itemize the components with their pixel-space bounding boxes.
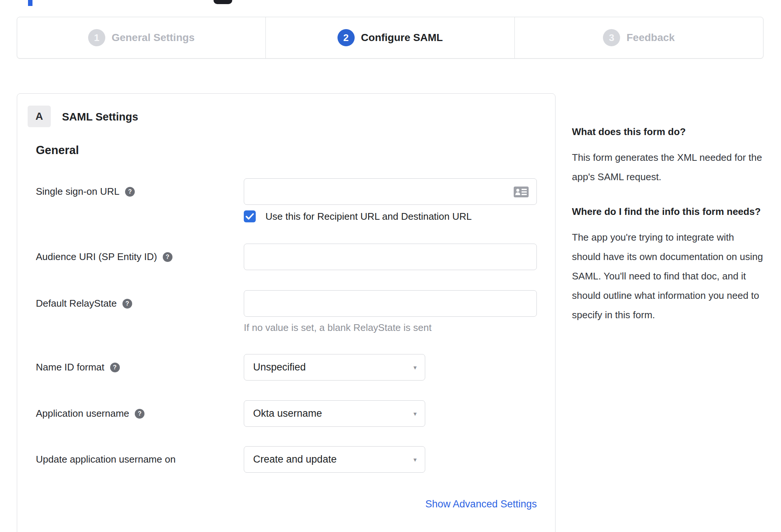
application-username-label: Application username [36, 408, 129, 419]
application-username-label-group: Application username ? [36, 408, 144, 419]
audience-uri-row: Audience URI (SP Entity ID) ? [36, 244, 537, 270]
section-a-badge: A [28, 106, 51, 127]
sidebar-heading-where: Where do I find the info this form needs… [572, 203, 765, 220]
step-number-badge: 3 [603, 29, 620, 46]
step-number-badge: 2 [337, 29, 355, 46]
relay-state-hint: If no value is set, a blank RelayState i… [244, 322, 432, 334]
help-icon[interactable]: ? [125, 187, 135, 197]
name-id-format-value: Unspecified [253, 362, 306, 373]
name-id-format-label: Name ID format [36, 362, 105, 373]
sso-url-row: Single sign-on URL ? Use this for Recipi… [36, 178, 537, 205]
relay-state-row: Default RelayState ? If no value is set,… [36, 290, 537, 317]
update-username-value: Create and update [253, 454, 337, 465]
help-icon[interactable]: ? [163, 252, 172, 262]
sso-url-label-group: Single sign-on URL ? [36, 186, 135, 197]
checkmark-icon [246, 213, 254, 220]
name-id-format-row: Name ID format ? Unspecified ▾ [36, 354, 537, 381]
update-username-row: Update application username on Create an… [36, 446, 537, 473]
wizard-stepper: 1 General Settings 2 Configure SAML 3 Fe… [17, 17, 763, 59]
audience-uri-label: Audience URI (SP Entity ID) [36, 251, 157, 263]
chevron-down-icon: ▾ [413, 456, 417, 463]
name-id-format-label-group: Name ID format ? [36, 362, 120, 373]
step-label: General Settings [112, 32, 195, 44]
step-configure-saml[interactable]: 2 Configure SAML [265, 17, 514, 58]
sso-url-label: Single sign-on URL [36, 186, 119, 197]
section-title: SAML Settings [62, 111, 138, 123]
step-label: Configure SAML [361, 32, 443, 44]
application-username-row: Application username ? Okta username ▾ [36, 400, 537, 427]
sidebar-body-what: This form generates the XML needed for t… [572, 148, 765, 187]
chevron-down-icon: ▾ [413, 410, 417, 417]
sidebar-body-where: The app you're trying to integrate with … [572, 228, 765, 325]
help-sidebar: What does this form do? This form genera… [572, 123, 765, 341]
help-icon[interactable]: ? [122, 299, 132, 309]
cutoff-blue-accent [28, 0, 32, 6]
sidebar-heading-what: What does this form do? [572, 123, 765, 140]
use-for-recipient-label: Use this for Recipient URL and Destinati… [265, 211, 472, 222]
use-for-recipient-checkbox[interactable] [244, 210, 256, 222]
update-username-label-group: Update application username on [36, 454, 175, 465]
step-number-badge: 1 [88, 29, 105, 46]
relay-state-label-group: Default RelayState ? [36, 298, 132, 309]
update-username-select[interactable]: Create and update ▾ [244, 446, 425, 473]
cutoff-dark-icon [214, 0, 232, 4]
sso-url-input[interactable] [244, 178, 537, 205]
contact-card-icon[interactable] [514, 187, 529, 197]
step-label: Feedback [626, 32, 675, 44]
audience-uri-input[interactable] [244, 244, 537, 270]
saml-settings-panel: A SAML Settings General Single sign-on U… [17, 93, 556, 532]
relay-state-input[interactable] [244, 290, 537, 317]
show-advanced-settings-link[interactable]: Show Advanced Settings [244, 498, 537, 510]
application-username-select[interactable]: Okta username ▾ [244, 400, 425, 427]
step-general-settings[interactable]: 1 General Settings [17, 17, 265, 58]
audience-uri-label-group: Audience URI (SP Entity ID) ? [36, 251, 172, 263]
general-heading: General [36, 144, 79, 157]
update-username-label: Update application username on [36, 454, 175, 465]
name-id-format-select[interactable]: Unspecified ▾ [244, 354, 425, 381]
help-icon[interactable]: ? [110, 363, 120, 372]
help-icon[interactable]: ? [135, 409, 144, 419]
step-feedback[interactable]: 3 Feedback [514, 17, 763, 58]
application-username-value: Okta username [253, 408, 322, 419]
relay-state-label: Default RelayState [36, 298, 117, 309]
chevron-down-icon: ▾ [413, 363, 417, 371]
